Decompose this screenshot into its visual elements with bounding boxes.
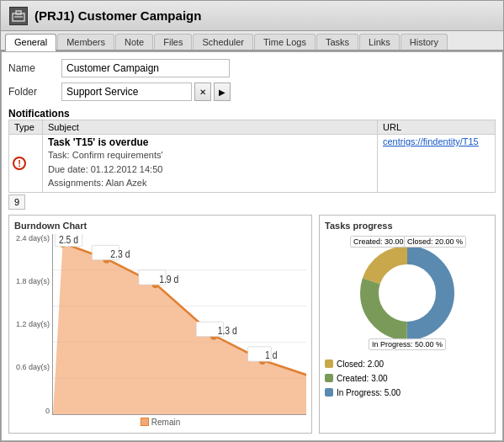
name-input[interactable] (61, 59, 230, 77)
inprogress-dot (325, 388, 333, 397)
svg-marker-7 (53, 242, 306, 413)
svg-text:1.9 d: 1.9 d (159, 273, 178, 284)
inprogress-legend-label: In Progress: 5.00 (337, 386, 401, 400)
burndown-svg: 2.5 d 2.3 d 1.9 d 1.3 d 1 d (53, 234, 306, 414)
tab-note[interactable]: Note (115, 34, 153, 50)
created-legend-label: Created: 3.00 (337, 371, 388, 386)
svg-text:1.3 d: 1.3 d (218, 325, 237, 336)
name-label: Name (8, 62, 55, 74)
donut-chart: Created: 30.00 % Closed: 20.00 % In Prog… (348, 234, 466, 352)
main-window: (PRJ1) Customer Campaign General Members… (0, 0, 504, 442)
tasks-progress-panel: Tasks progress (319, 215, 496, 434)
window-icon (9, 7, 28, 25)
y-axis: 2.4 day(s) 1.8 day(s) 1.2 day(s) 0.6 day… (14, 234, 52, 415)
burndown-title: Burndown Chart (14, 221, 306, 231)
inprogress-label: In Progress: 50.00 % (369, 338, 446, 350)
notifications-table: Type Subject URL ! Task 'T15' is overdue (8, 120, 496, 193)
y-label-2: 0.6 day(s) (16, 363, 50, 371)
burndown-chart: Burndown Chart 2.4 day(s) 1.8 day(s) 1.2… (8, 215, 312, 434)
svg-text:1 d: 1 d (265, 349, 277, 360)
window-title: (PRJ1) Customer Campaign (34, 8, 201, 23)
notification-subject-bold: Task 'T15' is overdue (48, 136, 372, 148)
svg-text:2.5 d: 2.5 d (59, 234, 78, 245)
legend-inprogress: In Progress: 5.00 (325, 386, 490, 400)
svg-text:2.3 d: 2.3 d (110, 248, 130, 259)
folder-row: Folder ✕ ▶ (8, 83, 496, 101)
folder-input[interactable] (61, 83, 192, 101)
tab-general[interactable]: General (5, 34, 56, 51)
notification-subject-cell: Task 'T15' is overdue Task: Confirm requ… (43, 135, 378, 193)
folder-browse-button[interactable]: ▶ (214, 83, 231, 101)
burndown-chart-area: 2.4 day(s) 1.8 day(s) 1.2 day(s) 0.6 day… (14, 234, 306, 415)
y-label-4: 1.8 day(s) (16, 277, 50, 285)
folder-clear-button[interactable]: ✕ (194, 83, 211, 101)
notification-url-link[interactable]: centrigs://findentity/T15 (383, 136, 479, 146)
col-type: Type (9, 120, 43, 135)
notification-row: ! Task 'T15' is overdue Task: Confirm re… (9, 135, 496, 193)
name-row: Name (8, 59, 496, 77)
col-subject: Subject (43, 120, 378, 135)
notification-subject-details: Task: Confirm requirements' Due date: 01… (48, 148, 372, 190)
legend-remain-label: Remain (151, 418, 180, 427)
legend-closed: Closed: 2.00 (325, 357, 490, 371)
tasks-progress-title: Tasks progress (325, 221, 490, 231)
notifications-section: Notifications Type Subject URL ! (8, 106, 496, 210)
title-bar: (PRJ1) Customer Campaign (1, 1, 503, 31)
charts-row: Burndown Chart 2.4 day(s) 1.8 day(s) 1.2… (8, 215, 496, 434)
notification-url-cell: centrigs://findentity/T15 (378, 135, 496, 193)
svg-rect-1 (16, 11, 21, 14)
tab-scheduler[interactable]: Scheduler (193, 34, 253, 50)
burndown-legend: Remain (14, 418, 306, 429)
notifications-title: Notifications (8, 108, 496, 120)
legend-created: Created: 3.00 (325, 371, 490, 386)
y-label-1: 0 (45, 407, 50, 415)
folder-label: Folder (8, 86, 55, 98)
legend-remain-icon (141, 418, 149, 426)
notification-count: 9 (8, 194, 25, 210)
y-label-5: 2.4 day(s) (16, 234, 50, 242)
tab-timelogs[interactable]: Time Logs (254, 34, 316, 50)
tab-history[interactable]: History (401, 34, 448, 50)
tab-files[interactable]: Files (154, 34, 192, 50)
donut-labels: Created: 30.00 % Closed: 20.00 % In Prog… (348, 234, 466, 352)
created-dot (325, 374, 333, 382)
content-area: Name Folder ✕ ▶ Notifications Type Subje… (1, 51, 503, 441)
legend-list: Closed: 2.00 Created: 3.00 In Progress: … (325, 357, 490, 400)
svg-rect-2 (14, 16, 23, 18)
folder-control: ✕ ▶ (61, 83, 231, 101)
tab-members[interactable]: Members (57, 34, 114, 50)
notification-type-icon: ! (13, 157, 26, 170)
chart-body: 2.5 d 2.3 d 1.9 d 1.3 d 1 d (52, 234, 306, 415)
tab-links[interactable]: Links (359, 34, 400, 50)
col-url: URL (378, 120, 496, 135)
closed-label: Closed: 20.00 % (404, 236, 466, 248)
y-label-3: 1.2 day(s) (16, 320, 50, 328)
closed-legend-label: Closed: 2.00 (337, 357, 384, 371)
closed-dot (325, 359, 333, 368)
tab-tasks[interactable]: Tasks (316, 34, 358, 50)
tabs-bar: General Members Note Files Scheduler Tim… (1, 31, 503, 51)
